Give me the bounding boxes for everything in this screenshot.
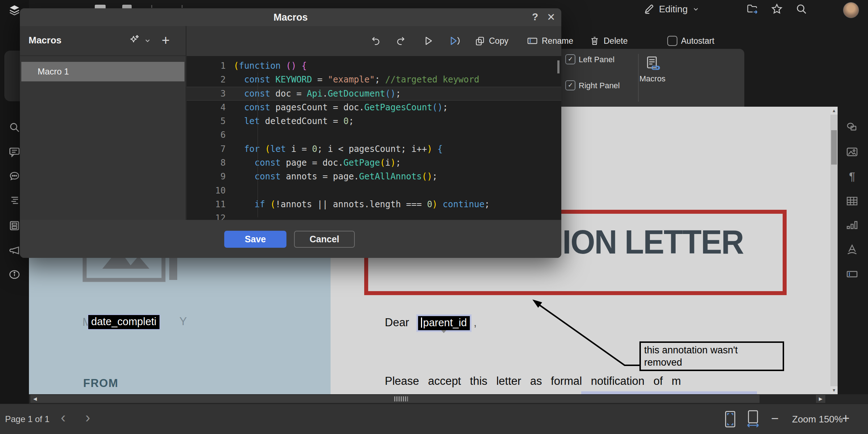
search-icon[interactable] [8,121,21,133]
save-button[interactable]: Save [224,231,286,248]
code-text: (function () { [234,61,307,71]
image-icon[interactable] [846,145,859,158]
page-indicator: Page 1 of 1 [5,414,50,424]
close-button[interactable]: ✕ [547,11,555,23]
delete-icon[interactable] [589,35,600,46]
macro-list-item-selected[interactable]: Macro 1 [21,62,184,81]
macro-list-title: Macros [29,35,61,46]
previous-page-button[interactable]: ‹ [61,409,65,425]
share-export-button[interactable] [746,0,760,18]
line-number: 9 [187,170,234,183]
chevron-down-icon[interactable] [144,38,151,44]
pilcrow-icon[interactable]: ¶ [846,170,859,183]
document-vertical-scrollbar[interactable]: ▲ ▼ [830,107,838,394]
line-number: 5 [187,114,234,128]
code-line-7[interactable]: 7 for (let i = 0; i < pagesCount; i++) { [187,142,561,156]
code-line-4[interactable]: 4 const pagesCount = doc.GetPagesCount()… [187,101,561,114]
text-field-icon[interactable] [846,268,859,281]
copy-icon[interactable] [475,35,485,46]
shapes-icon[interactable] [846,121,859,134]
line-number: 12 [187,211,234,220]
scroll-up-button[interactable]: ▲ [830,107,838,115]
editing-mode-button[interactable]: Editing [643,0,699,18]
document-tab-partial[interactable] [122,5,132,8]
right-panel-checkbox[interactable]: ✓ [565,80,575,90]
body-paragraph: Please accept this letter as formal noti… [385,375,830,388]
code-line-11[interactable]: 11 if (!annots || annots.length === 0) c… [187,197,561,211]
text-art-icon[interactable] [846,243,859,256]
autostart-checkbox[interactable] [667,36,677,46]
code-line-2[interactable]: 2 const KEYWORD = "example"; //targeted … [187,73,561,86]
pages-icon[interactable] [8,220,21,232]
redo-button[interactable] [395,35,406,46]
favorite-star-icon[interactable] [770,0,783,18]
zoom-level-label: Zoom 150% [792,414,843,425]
dialog-titlebar[interactable]: Macros ? ✕ [20,8,561,26]
chevron-down-icon [692,5,699,13]
info-icon[interactable] [8,268,21,281]
left-panel-checkbox[interactable]: ✓ [565,54,575,64]
macros-button-label[interactable]: Macros [639,74,665,84]
line-number: 2 [187,73,234,86]
avatar[interactable] [843,2,859,18]
document-tab-partial[interactable] [95,5,106,8]
next-page-button[interactable]: › [85,409,90,425]
parent-id-field[interactable]: parent_id [417,315,471,331]
search-icon[interactable] [795,0,808,18]
macros-icon[interactable] [644,55,661,73]
vertical-scroll-thumb[interactable] [831,130,837,165]
code-line-6[interactable]: 6 [187,128,561,142]
run-macro-button[interactable] [422,35,433,46]
undo-button[interactable] [370,35,381,46]
chat-icon[interactable] [8,170,21,183]
indent-guide [258,73,258,217]
app-logo-icon[interactable] [8,4,21,17]
help-button[interactable]: ? [532,11,538,23]
table-icon[interactable] [846,195,859,208]
announcement-icon[interactable] [8,244,21,257]
comments-icon[interactable] [8,146,21,158]
line-number: 7 [187,142,234,156]
delete-button[interactable]: Delete [604,36,627,46]
zoom-out-button[interactable]: − [771,411,779,426]
code-text: const annots = page.GetAllAnnots(); [234,171,438,182]
code-line-1[interactable]: 1(function () { [187,59,561,73]
horizontal-scrollbar[interactable]: ◀ ▶ [29,394,868,404]
field-handle[interactable] [441,330,446,333]
code-line-8[interactable]: 8 const page = doc.GetPage(i); [187,156,561,170]
ai-sparkle-icon[interactable] [128,34,141,46]
scroll-grip[interactable] [394,396,408,401]
dialog-footer: Save Cancel [20,220,561,258]
macro-list-header: Macros + [20,26,186,56]
line-number: 4 [187,101,234,114]
add-macro-button[interactable]: + [162,33,170,48]
rename-button[interactable]: Rename [542,36,573,46]
code-line-3[interactable]: 3 const doc = Api.GetDocument(); [187,87,561,101]
text-annotation-box[interactable]: this annotation wasn't removed [639,341,784,371]
code-line-12[interactable]: 12 [187,211,561,220]
line-number: 8 [187,156,234,170]
line-number: 3 [187,87,234,100]
scroll-down-button[interactable]: ▼ [830,386,838,394]
date-completion-field[interactable]: date_completi [88,314,160,330]
code-line-9[interactable]: 9 const annots = page.GetAllAnnots(); [187,170,561,183]
code-editor[interactable]: 1(function () {2 const KEYWORD = "exampl… [187,56,561,220]
chart-icon[interactable] [846,219,859,232]
code-text: const doc = Api.GetDocument(); [234,89,401,99]
code-line-10[interactable]: 10 [187,184,561,197]
fit-width-icon[interactable] [746,410,760,428]
rename-icon[interactable] [527,35,537,46]
outline-icon[interactable] [8,194,21,207]
scroll-right-button[interactable]: ▶ [816,395,825,403]
editor-scroll-thumb[interactable] [557,60,559,73]
copy-button[interactable]: Copy [489,36,509,46]
run-all-button[interactable] [448,35,459,46]
zoom-in-button[interactable]: + [842,411,850,426]
macros-dialog: Macros ? ✕ Macros + Macro 1 [20,8,561,258]
cancel-button[interactable]: Cancel [294,231,355,248]
fit-page-icon[interactable] [724,410,736,428]
code-line-5[interactable]: 5 let deletedCount = 0; [187,114,561,128]
scroll-left-button[interactable]: ◀ [30,395,40,403]
parent-field-value: parent_id [423,317,467,328]
autostart-label[interactable]: Autostart [681,36,714,46]
